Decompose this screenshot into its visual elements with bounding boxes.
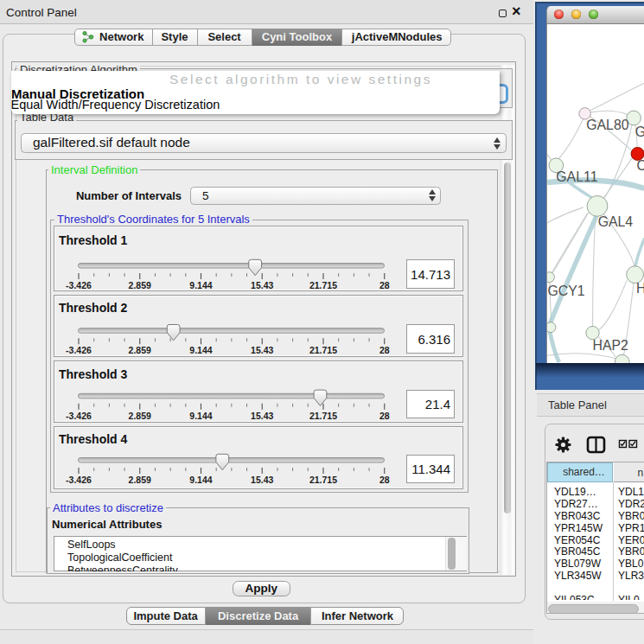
svg-text:-3.426: -3.426 <box>66 280 92 290</box>
svg-text:2.859: 2.859 <box>129 411 151 421</box>
svg-text:-3.426: -3.426 <box>66 345 92 355</box>
svg-text:15.43: 15.43 <box>251 411 273 421</box>
svg-text:15.43: 15.43 <box>251 475 273 485</box>
svg-text:28: 28 <box>379 475 390 485</box>
svg-text:21.715: 21.715 <box>309 411 337 421</box>
svg-text:21.715: 21.715 <box>309 475 337 485</box>
svg-text:-3.426: -3.426 <box>66 411 92 421</box>
svg-text:21.715: 21.715 <box>309 345 337 355</box>
svg-text:28: 28 <box>379 280 390 290</box>
svg-text:9.144: 9.144 <box>189 411 212 421</box>
svg-text:28: 28 <box>379 411 390 421</box>
svg-text:GCY1: GCY1 <box>547 284 584 298</box>
svg-text:9.144: 9.144 <box>189 475 212 485</box>
svg-text:2.859: 2.859 <box>129 475 151 485</box>
svg-text:GAL4: GAL4 <box>597 214 633 228</box>
svg-text:2.859: 2.859 <box>129 280 151 290</box>
svg-text:HAP2: HAP2 <box>592 338 628 353</box>
svg-text:GAL80: GAL80 <box>586 118 629 132</box>
svg-text:GAL: GAL <box>634 124 644 139</box>
svg-text:15.43: 15.43 <box>251 280 273 290</box>
svg-text:2.859: 2.859 <box>129 345 151 355</box>
svg-text:GAL11: GAL11 <box>556 169 597 183</box>
svg-text:C: C <box>636 157 644 172</box>
svg-text:28: 28 <box>379 345 390 355</box>
svg-text:9.144: 9.144 <box>189 345 212 355</box>
svg-text:H: H <box>635 281 644 296</box>
svg-text:9.144: 9.144 <box>189 280 212 290</box>
svg-text:15.43: 15.43 <box>251 345 273 355</box>
svg-text:-3.426: -3.426 <box>66 475 92 485</box>
svg-text:21.715: 21.715 <box>309 280 337 290</box>
